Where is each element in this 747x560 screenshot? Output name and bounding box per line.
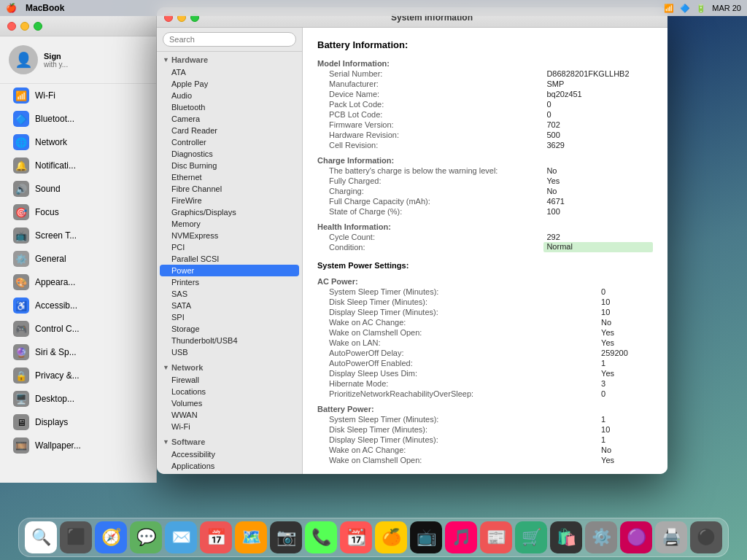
sp-item-desktop[interactable]: 🖥️ Desktop... (4, 387, 152, 411)
sp-item-displays[interactable]: 🖥 Displays (4, 411, 152, 434)
ac-autopoweroff-delay-value: 259200 (598, 348, 653, 358)
sidebar-item-applepay[interactable]: Apple Pay (160, 78, 299, 90)
dock-photos[interactable]: 📷 (270, 521, 302, 553)
sidebar-item-wifi[interactable]: Wi-Fi (160, 421, 299, 432)
sidebar-item-controller[interactable]: Controller (160, 136, 299, 148)
dock-calendar[interactable]: 📆 (340, 521, 372, 553)
sidebar-item-locations[interactable]: Locations (160, 386, 299, 397)
dock-printer[interactable]: 🖨️ (655, 521, 687, 553)
dock-other[interactable]: ⚫ (690, 521, 722, 553)
sidebar-item-volumes[interactable]: Volumes (160, 397, 299, 409)
dock-reminders[interactable]: 📅 (200, 521, 232, 553)
wifi-status[interactable]: 📶 (664, 4, 674, 13)
system-preferences-panel: 👤 Sign with y... 📶 Wi-Fi 🔷 Bluetoot... 🌐… (0, 16, 157, 483)
sp-item-appearance[interactable]: 🎨 Appeara... (4, 271, 152, 294)
sidebar-item-discburning[interactable]: Disc Burning (160, 160, 299, 171)
sidebar-item-usb[interactable]: USB (160, 346, 299, 358)
search-input[interactable] (163, 32, 296, 47)
pcblot-label: PCB Lot Code: (317, 109, 543, 120)
dock-music[interactable]: 🎵 (445, 521, 477, 553)
dock-facetime[interactable]: 📞 (305, 521, 337, 553)
sidebar-item-power[interactable]: Power (160, 265, 299, 276)
sidebar-item-developer[interactable]: Developer (160, 472, 299, 474)
dock-news[interactable]: 📰 (480, 521, 512, 553)
sp-item-bluetooth[interactable]: 🔷 Bluetoot... (4, 107, 152, 131)
sp-item-screentime[interactable]: 📺 Screen T... (4, 224, 152, 247)
ac-hibernate-row: Hibernate Mode: 3 (317, 378, 653, 389)
sidebar-item-sw-accessibility[interactable]: Accessibility (160, 448, 299, 460)
dock-appstore2[interactable]: 🛍️ (550, 521, 582, 553)
ac-hibernate-label: Hibernate Mode: (317, 378, 598, 389)
sidebar-item-cardreader[interactable]: Card Reader (160, 125, 299, 136)
condition-value: Normal (543, 242, 653, 252)
sp-item-general[interactable]: ⚙️ General (4, 247, 152, 271)
sp-item-siri[interactable]: 🔮 Siri & Sp... (4, 341, 152, 364)
sidebar-item-bluetooth[interactable]: Bluetooth (160, 101, 299, 113)
dock-appstore[interactable]: 🛒 (515, 521, 547, 553)
dock-notes[interactable]: 🍊 (375, 521, 407, 553)
ac-disk-sleep-label: Disk Sleep Timer (Minutes): (317, 297, 598, 307)
sidebar-item-firewall[interactable]: Firewall (160, 374, 299, 386)
battery-power-label: Battery Power: (317, 399, 653, 414)
ac-system-sleep-label: System Sleep Timer (Minutes): (317, 287, 598, 297)
network-header: ▼ Network (157, 361, 302, 374)
sidebar-item-spi[interactable]: SPI (160, 311, 299, 323)
sidebar-item-sata[interactable]: SATA (160, 300, 299, 311)
sidebar-item-printers[interactable]: Printers (160, 276, 299, 288)
battery-info-table: Model Information: Serial Number: D86828… (317, 58, 653, 252)
sidebar-item-parallelscsi[interactable]: Parallel SCSI (160, 253, 299, 265)
sidebar-item-graphics[interactable]: Graphics/Displays (160, 206, 299, 218)
dock-finder[interactable]: 🔍 (25, 521, 57, 553)
sp-item-control[interactable]: 🎮 Control C... (4, 317, 152, 341)
network-label: Network (171, 363, 203, 372)
state-of-charge-row: State of Charge (%): 100 (317, 206, 653, 217)
dock-sysprefs[interactable]: ⚙️ (585, 521, 617, 553)
sidebar-item-thunderbolt[interactable]: Thunderbolt/USB4 (160, 335, 299, 346)
ac-autopoweroff-enabled-value: 1 (598, 358, 653, 368)
apple-menu[interactable]: 🍎 (6, 3, 17, 13)
sidebar-item-ata[interactable]: ATA (160, 66, 299, 78)
sidebar-item-pci[interactable]: PCI (160, 241, 299, 253)
ac-prioritize-row: PrioritizeNetworkReachabilityOverSleep: … (317, 389, 653, 399)
sp-item-focus[interactable]: 🎯 Focus (4, 201, 152, 224)
sidebar-item-ethernet[interactable]: Ethernet (160, 171, 299, 183)
sp-item-notifications[interactable]: 🔔 Notificati... (4, 154, 152, 177)
sp-item-wifi[interactable]: 📶 Wi-Fi (4, 84, 152, 107)
dock-launchpad[interactable]: ⬛ (60, 521, 92, 553)
battery-power-header: Battery Power: (317, 399, 653, 414)
sp-item-sound[interactable]: 🔊 Sound (4, 177, 152, 201)
battery-status[interactable]: 🔋 (696, 4, 706, 13)
maximize-button-sp[interactable] (34, 22, 42, 31)
sp-item-privacy[interactable]: 🔒 Privacy &... (4, 364, 152, 387)
sidebar-item-nvmexpress[interactable]: NVMExpress (160, 230, 299, 241)
manufacturer-row: Manufacturer: SMP (317, 79, 653, 89)
sp-label-wallpaper: Wallpaper... (35, 440, 81, 451)
software-triangle: ▼ (163, 438, 169, 446)
sp-item-accessibility[interactable]: ♿ Accessib... (4, 294, 152, 317)
app-name[interactable]: MacBook (26, 3, 64, 13)
sidebar-item-diagnostics[interactable]: Diagnostics (160, 148, 299, 160)
dock-maps[interactable]: 🗺️ (235, 521, 267, 553)
sidebar-item-sas[interactable]: SAS (160, 288, 299, 300)
dock-safari[interactable]: 🧭 (95, 521, 127, 553)
minimize-button-sp[interactable] (20, 22, 29, 31)
sidebar-item-storage[interactable]: Storage (160, 323, 299, 335)
close-button-sp[interactable] (7, 22, 16, 31)
sidebar-item-camera[interactable]: Camera (160, 113, 299, 125)
packlot-row: Pack Lot Code: 0 (317, 99, 653, 109)
clock: MAR 20 (712, 4, 741, 12)
sidebar-item-audio[interactable]: Audio (160, 90, 299, 101)
sidebar-item-fibrechannel[interactable]: Fibre Channel (160, 183, 299, 195)
bluetooth-status[interactable]: 🔷 (680, 4, 690, 13)
hardware-revision-label: Hardware Revision: (317, 130, 543, 140)
sidebar-item-firewire[interactable]: FireWire (160, 195, 299, 206)
dock-mail[interactable]: ✉️ (165, 521, 197, 553)
dock-messages[interactable]: 💬 (130, 521, 162, 553)
sidebar-item-memory[interactable]: Memory (160, 218, 299, 230)
dock-tv[interactable]: 📺 (410, 521, 442, 553)
sp-item-wallpaper[interactable]: 🎞️ Wallpaper... (4, 434, 152, 457)
sidebar-item-wwan[interactable]: WWAN (160, 409, 299, 421)
dock-wondershare[interactable]: 🟣 (620, 521, 652, 553)
sp-item-network[interactable]: 🌐 Network (4, 131, 152, 154)
sidebar-item-applications[interactable]: Applications (160, 460, 299, 472)
